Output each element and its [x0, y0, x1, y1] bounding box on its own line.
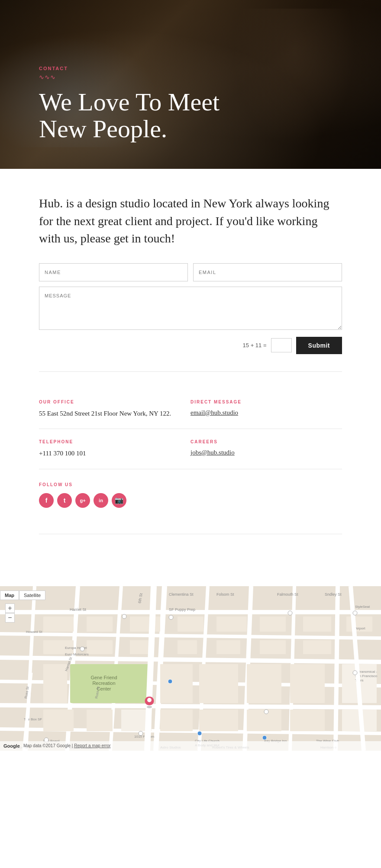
svg-text:Recreation: Recreation [92, 681, 115, 686]
svg-point-88 [264, 710, 268, 714]
svg-text:Sndley St: Sndley St [325, 592, 342, 597]
svg-rect-37 [247, 664, 281, 703]
person-shadow [234, 9, 355, 147]
captcha-input[interactable] [271, 338, 292, 352]
intro-text: Hub. is a design studio located in New Y… [39, 195, 342, 248]
social-icons: f t g+ in 📷 [39, 493, 342, 508]
svg-rect-18 [178, 616, 203, 632]
office-label: OUR OFFICE [39, 400, 173, 404]
careers-cell: CAREERS jobs@hub.studio [190, 429, 342, 469]
svg-point-90 [139, 731, 143, 736]
svg-point-91 [197, 731, 202, 736]
svg-rect-27 [216, 640, 240, 654]
svg-rect-35 [160, 664, 193, 703]
svg-rect-16 [87, 616, 113, 632]
svg-rect-34 [43, 664, 67, 703]
svg-rect-15 [43, 616, 74, 632]
svg-rect-46 [290, 710, 325, 731]
svg-text:Euro Motorcars: Euro Motorcars [65, 652, 89, 656]
map-data-text: Map data ©2017 Google [23, 743, 71, 748]
hero-content: CONTACT ∿∿∿ We Love To Meet New People. [39, 66, 220, 143]
linkedin-icon[interactable]: in [94, 493, 108, 508]
map-footer: Google Map data ©2017 Google | Report a … [0, 741, 381, 751]
office-value: 55 East 52nd Street 21st Floor New York,… [39, 409, 173, 419]
svg-rect-26 [178, 640, 197, 654]
careers-label: CAREERS [190, 439, 342, 444]
svg-rect-45 [247, 710, 281, 731]
svg-point-95 [169, 615, 173, 620]
svg-text:Howard St: Howard St [26, 630, 42, 634]
submit-button[interactable]: Submit [296, 337, 342, 354]
svg-rect-28 [260, 640, 286, 654]
map-type-map[interactable]: Map [0, 590, 19, 600]
svg-text:1015 Folsom: 1015 Folsom [134, 735, 155, 739]
svg-rect-44 [199, 710, 238, 731]
svg-text:Harriet St: Harriet St [70, 607, 87, 612]
direct-label: DIRECT MESSAGE [190, 400, 342, 404]
follow-section: FOLLOW US f t g+ in 📷 [39, 469, 342, 516]
svg-line-14 [336, 586, 338, 751]
map-type-bar: Map Satellite [0, 590, 45, 600]
twitter-icon[interactable]: t [57, 493, 72, 508]
svg-rect-21 [303, 616, 331, 632]
svg-point-87 [168, 679, 172, 684]
hero-title-line1: We Love To Meet [39, 88, 220, 116]
google-logo: Google [3, 743, 20, 749]
instagram-icon[interactable]: 📷 [112, 493, 126, 508]
svg-point-86 [288, 611, 292, 615]
svg-rect-36 [199, 664, 238, 703]
svg-rect-29 [303, 640, 331, 654]
office-cell: OUR OFFICE 55 East 52nd Street 21st Floo… [39, 389, 190, 429]
follow-label: FOLLOW US [39, 482, 342, 487]
email-input[interactable] [193, 263, 342, 281]
svg-rect-19 [216, 616, 247, 632]
captcha-label: 15 + 11 = [243, 342, 267, 348]
zoom-in-button[interactable]: + [5, 603, 15, 613]
telephone-value: +111 370 100 101 [39, 449, 173, 458]
svg-rect-20 [260, 616, 286, 632]
hero-title-line2: New People. [39, 115, 167, 143]
wavy-decoration: ∿∿∿ [39, 74, 220, 81]
svg-text:Clementina St: Clementina St [169, 592, 194, 597]
direct-email-link[interactable]: email@hub.studio [190, 409, 238, 416]
svg-point-94 [353, 671, 357, 675]
facebook-icon[interactable]: f [39, 493, 54, 508]
form-bottom: 15 + 11 = Submit [39, 337, 342, 354]
contact-form: 15 + 11 = Submit [39, 263, 342, 354]
careers-email-link[interactable]: jobs@hub.studio [190, 449, 235, 456]
message-textarea[interactable] [39, 287, 342, 330]
report-map-link[interactable]: Report a map error [74, 743, 110, 748]
hero-title: We Love To Meet New People. [39, 89, 220, 143]
svg-rect-38 [290, 664, 325, 703]
svg-rect-17 [130, 616, 160, 632]
divider-2 [39, 534, 342, 534]
svg-text:Airport: Airport [355, 626, 365, 630]
svg-rect-43 [160, 710, 193, 731]
map-svg: Gene Friend Recreation Center Harriet St… [0, 586, 381, 751]
map-type-satellite[interactable]: Satellite [19, 590, 45, 600]
svg-rect-24 [87, 640, 113, 654]
svg-text:Gene Friend: Gene Friend [90, 675, 117, 680]
main-content: Hub. is a design studio located in New Y… [0, 169, 381, 569]
contact-grid: OUR OFFICE 55 East 52nd Street 21st Floo… [39, 389, 342, 469]
svg-point-85 [80, 647, 84, 651]
svg-point-92 [262, 736, 267, 740]
svg-text:Folsom St: Folsom St [216, 592, 234, 597]
form-row-top [39, 263, 342, 281]
svg-text:SF Puppy Prep: SF Puppy Prep [169, 607, 195, 612]
svg-point-81 [147, 706, 152, 708]
svg-rect-41 [87, 710, 113, 731]
svg-text:StyleSeat: StyleSeat [355, 605, 370, 609]
name-input[interactable] [39, 263, 188, 281]
svg-text:Falmouth St: Falmouth St [277, 592, 298, 597]
divider-1 [39, 371, 342, 372]
telephone-cell: TELEPHONE +111 370 100 101 [39, 429, 190, 469]
hero-section: CONTACT ∿∿∿ We Love To Meet New People. [0, 0, 381, 169]
zoom-out-button[interactable]: − [5, 613, 15, 623]
map-controls: + − [5, 603, 15, 623]
svg-point-82 [147, 698, 152, 702]
google-plus-icon[interactable]: g+ [75, 493, 90, 508]
svg-point-93 [353, 611, 357, 615]
telephone-label: TELEPHONE [39, 439, 173, 444]
svg-rect-40 [43, 710, 74, 731]
